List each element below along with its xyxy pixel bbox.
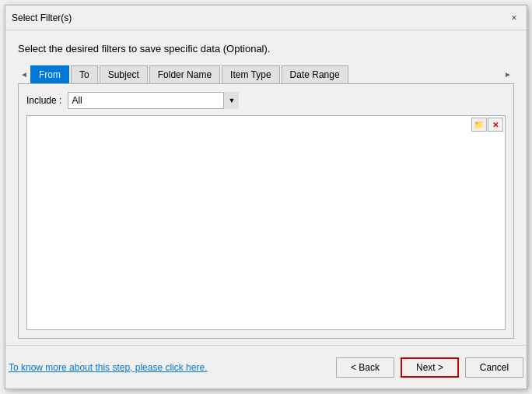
footer: To know more about this step, please cli… [5, 345, 527, 389]
remove-icon: ✕ [492, 121, 499, 129]
include-label: Include : [26, 95, 61, 106]
tab-from[interactable]: From [30, 65, 69, 83]
close-icon[interactable]: × [508, 12, 520, 24]
title-bar: Select Filter(s) × [5, 5, 527, 30]
dialog-title: Select Filter(s) [12, 12, 72, 23]
dialog-body: Select the desired filters to save speci… [5, 30, 527, 339]
cancel-button[interactable]: Cancel [465, 357, 523, 378]
next-button[interactable]: Next > [401, 357, 459, 378]
remove-button[interactable]: ✕ [488, 118, 503, 132]
tab-scroll-right[interactable]: ► [502, 66, 514, 83]
include-row: Include : All Selected ▼ [26, 92, 506, 109]
footer-buttons: < Back Next > Cancel [336, 357, 523, 378]
help-link[interactable]: To know more about this step, please cli… [9, 362, 207, 373]
folder-icon: 📁 [474, 120, 485, 130]
include-select-wrapper: All Selected ▼ [68, 92, 239, 109]
tab-scroll-left[interactable]: ◄ [18, 66, 30, 83]
tab-to[interactable]: To [71, 65, 98, 83]
open-folder-button[interactable]: 📁 [471, 118, 487, 132]
instruction-text: Select the desired filters to save speci… [18, 43, 514, 55]
tab-folder-name[interactable]: Folder Name [149, 65, 220, 83]
tab-item-type[interactable]: Item Type [222, 65, 279, 83]
back-button[interactable]: < Back [336, 357, 394, 378]
tab-date-range[interactable]: Date Range [282, 65, 348, 83]
tab-content-area: Include : All Selected ▼ 📁 ✕ [18, 83, 514, 339]
list-box-toolbar: 📁 ✕ [471, 118, 503, 132]
list-box: 📁 ✕ [26, 115, 506, 330]
tab-subject[interactable]: Subject [100, 65, 148, 83]
tabs-container: From To Subject Folder Name Item Type Da… [30, 65, 502, 83]
tabs-row: ◄ From To Subject Folder Name Item Type … [18, 65, 514, 83]
dialog-container: Select Filter(s) × Select the desired fi… [5, 5, 527, 389]
include-select[interactable]: All Selected [68, 92, 239, 109]
